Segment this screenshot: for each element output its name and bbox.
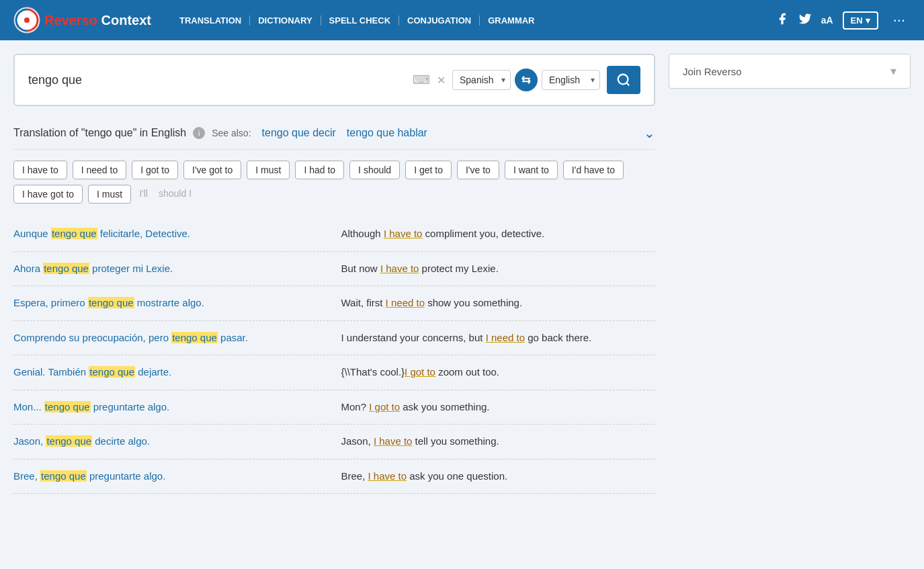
table-row: Mon... tengo que preguntarte algo. Mon? …	[13, 390, 655, 425]
result-spanish: Jason, tengo que decirte algo.	[13, 434, 328, 449]
result-english: Jason, I have to tell you something.	[341, 434, 656, 449]
tag-id-have-to[interactable]: I'd have to	[563, 161, 624, 179]
translation-header: Translation of "tengo que" in English i …	[13, 117, 655, 150]
highlight: tengo que	[40, 470, 87, 482]
highlight: tengo que	[89, 366, 135, 378]
highlight: I have to	[368, 470, 407, 482]
clear-icon[interactable]: ✕	[437, 74, 446, 87]
source-lang-select[interactable]: Spanish English French	[452, 70, 511, 90]
highlight: tengo que	[88, 297, 134, 308]
tag-i-got-to[interactable]: I got to	[132, 161, 178, 179]
search-button[interactable]	[607, 66, 640, 94]
left-panel: ⌨ ✕ Spanish English French	[13, 54, 655, 494]
result-spanish: Ahora tengo que proteger mi Lexie.	[13, 261, 328, 277]
see-also-label: See also:	[212, 128, 251, 138]
lang-select-group: Spanish English French English Spanish F…	[452, 69, 600, 91]
result-english: I understand your concerns, but I need t…	[341, 331, 656, 346]
tag-ive-to[interactable]: I've to	[457, 161, 499, 179]
table-row: Comprendo su preocupación, pero tengo qu…	[13, 321, 655, 356]
translation-title: Translation of "tengo que" in English	[13, 127, 186, 139]
nav-spellcheck[interactable]: SPELL CHECK	[321, 15, 400, 26]
header-right: aA EN ▾ ···	[775, 9, 911, 32]
table-row: Genial. También tengo que dejarte. {\\Th…	[13, 355, 655, 390]
tag-i-have-got-to[interactable]: I have got to	[13, 185, 83, 204]
highlight: I have to	[384, 228, 423, 239]
nav-grammar[interactable]: GRAMMAR	[480, 15, 542, 26]
query-text: tengo que	[85, 127, 132, 138]
tag-i-should[interactable]: I should	[349, 161, 400, 179]
logo[interactable]: Reverso Context	[13, 7, 151, 34]
tag-i-get-to[interactable]: I get to	[405, 161, 452, 179]
expand-button[interactable]: ⌄	[644, 125, 655, 141]
highlight: tengo que	[43, 263, 89, 274]
keyboard-icon[interactable]: ⌨	[413, 73, 430, 87]
tags-row-2: I have got to I must I'll should I	[13, 185, 655, 204]
tag-i-had-to[interactable]: I had to	[295, 161, 344, 179]
result-english: {\\That's cool.}I got to zoom out too.	[341, 365, 656, 380]
join-reverso-button[interactable]: Join Reverso ▾	[669, 54, 911, 89]
swap-icon	[520, 74, 532, 86]
target-lang-wrap: English Spanish French	[542, 70, 600, 90]
highlight: tengo que	[171, 332, 218, 343]
search-box: ⌨ ✕ Spanish English French	[13, 54, 655, 106]
highlight: I have to	[374, 435, 413, 447]
table-row: Espera, primero tengo que mostrarte algo…	[13, 286, 655, 321]
nav-links: TRANSLATION DICTIONARY SPELL CHECK CONJU…	[171, 15, 543, 26]
search-icon	[616, 73, 631, 87]
result-english: Wait, first I need to show you something…	[341, 296, 656, 311]
facebook-icon[interactable]	[775, 12, 789, 29]
main-container: ⌨ ✕ Spanish English French	[0, 40, 924, 507]
info-icon[interactable]: i	[193, 127, 205, 139]
tag-i-want-to[interactable]: I want to	[505, 161, 558, 179]
tag-i-need-to[interactable]: I need to	[73, 161, 127, 179]
tag-i-must-2[interactable]: I must	[88, 185, 131, 204]
highlight: I have to	[380, 263, 419, 274]
tags-row-1: I have to I need to I got to I've got to…	[13, 161, 655, 179]
see-also-link-2[interactable]: tengo que hablar	[347, 127, 427, 139]
results-container: Aunque tengo que felicitarle, Detective.…	[13, 217, 655, 494]
highlight: tengo que	[51, 228, 97, 239]
source-lang-wrap: Spanish English French	[452, 70, 511, 90]
logo-context: Context	[101, 13, 151, 28]
tag-ill[interactable]: I'll	[136, 185, 151, 204]
join-reverso-label: Join Reverso	[683, 66, 742, 77]
nav-dictionary[interactable]: DICTIONARY	[250, 15, 321, 26]
table-row: Jason, tengo que decirte algo. Jason, I …	[13, 425, 655, 459]
table-row: Ahora tengo que proteger mi Lexie. But n…	[13, 252, 655, 287]
highlight: I got to	[405, 366, 435, 378]
more-button[interactable]: ···	[888, 9, 911, 32]
right-panel: Join Reverso ▾	[669, 54, 911, 494]
tag-should-i[interactable]: should I	[156, 185, 194, 204]
tag-ive-got-to[interactable]: I've got to	[183, 161, 241, 179]
target-lang-select[interactable]: English Spanish French	[542, 70, 600, 90]
highlight: I need to	[486, 332, 525, 343]
result-spanish: Mon... tengo que preguntarte algo.	[13, 400, 328, 415]
table-row: Aunque tengo que felicitarle, Detective.…	[13, 217, 655, 252]
nav-conjugation[interactable]: CONJUGATION	[399, 15, 480, 26]
result-english: Bree, I have to ask you one question.	[341, 469, 656, 484]
join-reverso-arrow: ▾	[890, 64, 896, 79]
font-size-toggle[interactable]: aA	[821, 15, 833, 26]
header: Reverso Context TRANSLATION DICTIONARY S…	[0, 0, 924, 40]
language-selector[interactable]: EN ▾	[843, 11, 878, 30]
highlight: tengo que	[44, 401, 91, 412]
lang-code: EN	[851, 15, 863, 26]
tag-i-have-to[interactable]: I have to	[13, 161, 67, 179]
highlight: I need to	[386, 297, 425, 308]
result-spanish: Espera, primero tengo que mostrarte algo…	[13, 296, 328, 311]
tag-i-must-1[interactable]: I must	[247, 161, 290, 179]
highlight: I got to	[369, 401, 400, 412]
search-input[interactable]	[28, 73, 406, 87]
svg-line-3	[626, 83, 629, 85]
twitter-icon[interactable]	[798, 12, 812, 29]
logo-reverso: Reverso	[44, 13, 97, 28]
result-english: Mon? I got to ask you something.	[341, 400, 656, 415]
nav-translation[interactable]: TRANSLATION	[171, 15, 250, 26]
logo-icon	[13, 7, 40, 34]
highlight: tengo que	[46, 435, 92, 447]
swap-languages-button[interactable]	[515, 69, 538, 91]
see-also-link-1[interactable]: tengo que decir	[262, 127, 336, 139]
result-english: But now I have to protect my Lexie.	[341, 261, 656, 277]
result-spanish: Bree, tengo que preguntarte algo.	[13, 469, 328, 484]
result-english: Although I have to compliment you, detec…	[341, 226, 656, 242]
